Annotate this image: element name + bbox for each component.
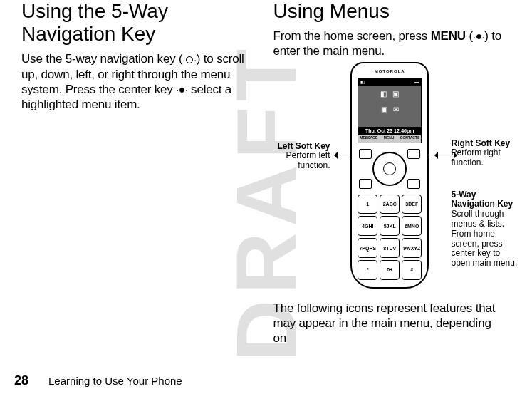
content-columns: Using the 5-Way Navigation Key Use the 5… xyxy=(0,0,532,353)
keypad-key: 2ABC xyxy=(380,195,400,214)
trailer-paragraph: The following icons represent features t… xyxy=(273,301,507,346)
page-number: 28 xyxy=(14,373,28,388)
soft-key-bar: MESSAGE MENU CONTACTS xyxy=(358,135,421,143)
right-column: Using Menus From the home screen, press … xyxy=(266,0,511,353)
keypad-key: 7PQRS xyxy=(358,238,377,258)
soft-key-button xyxy=(359,149,372,159)
keypad-key: 6MNO xyxy=(402,216,422,236)
keypad-key: 9WXYZ xyxy=(402,238,422,258)
page-footer: 28 Learning to Use Your Phone xyxy=(14,373,518,388)
label-right-soft-key: Right Soft Key Perform right function. xyxy=(452,139,514,168)
nav-ring-icon xyxy=(182,56,196,63)
arrow-right-icon xyxy=(432,155,460,156)
menus-paragraph: From the home screen, press MENU () to e… xyxy=(273,29,507,59)
label-title: 5-Way Navigation Key xyxy=(452,190,521,210)
phone-diagram: Left Soft Key Perform left function. Rig… xyxy=(273,62,507,301)
keypad-key: 3DEF xyxy=(402,195,422,214)
text: Use the 5-way navigation key ( xyxy=(21,52,182,66)
text: From the home screen, press xyxy=(273,29,431,43)
keypad-key: 0+ xyxy=(380,260,400,280)
label-body: Scroll through menus & lists. From home … xyxy=(452,209,518,268)
keypad-key: # xyxy=(402,260,422,280)
signal-icon: ▮▯ xyxy=(360,79,365,84)
nav-pad-icon xyxy=(372,152,407,186)
home-icon-row2: ▣ ✉ xyxy=(358,105,421,113)
phone-illustration: MOTOROLA ▮▯ ▬ ◧ ▣ ▣ ✉ Thu, Oct 23 12:46p… xyxy=(350,62,429,289)
control-cluster xyxy=(356,147,423,190)
heading-nav-key: Using the 5-Way Navigation Key xyxy=(21,0,255,46)
keypad-key: 4GHI xyxy=(358,216,377,236)
label-nav-key: 5-Way Navigation Key Scroll through menu… xyxy=(452,190,521,269)
keypad-key: 8TUV xyxy=(380,238,400,258)
phone-screen: ▮▯ ▬ ◧ ▣ ▣ ✉ Thu, Oct 23 12:46pm MESSAGE… xyxy=(358,78,422,143)
footer-title: Learning to Use Your Phone xyxy=(48,375,182,387)
menu-word: MENU xyxy=(431,29,466,43)
keypad-key: * xyxy=(358,260,377,280)
keypad-key: 1 xyxy=(358,195,377,214)
label-left-soft-key: Left Soft Key Perform left function. xyxy=(266,142,330,171)
keypad-key: 5JKL xyxy=(380,216,400,236)
screen-date: Thu, Oct 23 12:46pm xyxy=(358,127,421,135)
end-button xyxy=(407,179,420,189)
label-title: Left Soft Key xyxy=(266,142,330,152)
soft-right-label: CONTACTS xyxy=(400,135,419,143)
screen-content: ◧ ▣ ▣ ✉ xyxy=(358,86,421,127)
keypad: 1 2ABC 3DEF 4GHI 5JKL 6MNO 7PQRS 8TUV 9W… xyxy=(358,195,422,280)
text: ( xyxy=(466,29,473,43)
left-column: Using the 5-Way Navigation Key Use the 5… xyxy=(21,0,266,353)
nav-key-paragraph: Use the 5-way navigation key () to scrol… xyxy=(21,51,255,112)
call-button xyxy=(359,179,372,189)
soft-left-label: MESSAGE xyxy=(360,135,377,143)
phone-brand: MOTOROLA xyxy=(352,69,427,73)
soft-key-button xyxy=(407,149,420,159)
label-title: Right Soft Key xyxy=(452,139,514,149)
battery-icon: ▬ xyxy=(414,80,419,84)
center-key-icon xyxy=(176,88,187,93)
home-icon-row: ◧ ▣ xyxy=(358,90,421,98)
status-bar: ▮▯ ▬ xyxy=(358,78,421,86)
heading-menus: Using Menus xyxy=(273,0,507,23)
soft-center-label: MENU xyxy=(384,135,395,143)
center-key-icon xyxy=(473,34,484,39)
label-body: Perform left function. xyxy=(286,150,330,170)
